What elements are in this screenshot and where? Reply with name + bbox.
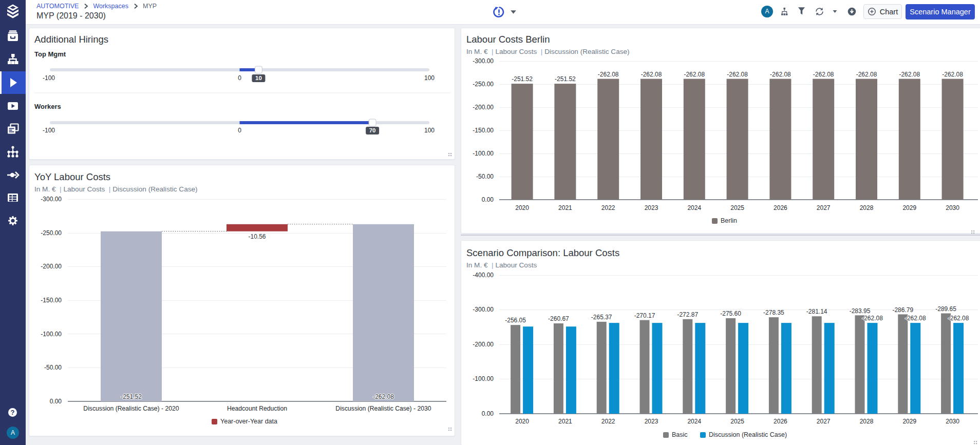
svg-text:-262.08: -262.08 [770, 71, 791, 78]
svg-text:-275.60: -275.60 [720, 310, 741, 317]
svg-text:-262.08: -262.08 [942, 71, 963, 78]
svg-text:-150.00: -150.00 [41, 297, 62, 304]
svg-text:-262.08: -262.08 [598, 71, 619, 78]
svg-text:-10.56: -10.56 [248, 233, 266, 240]
svg-text:Top Mgmt: Top Mgmt [34, 50, 66, 58]
svg-text:0.00: 0.00 [50, 398, 62, 405]
svg-text:2020: 2020 [515, 204, 529, 211]
svg-text:-50.00: -50.00 [44, 364, 62, 371]
svg-text:-100.00: -100.00 [473, 375, 494, 382]
svg-text:-200.00: -200.00 [473, 104, 494, 111]
svg-text:-200.00: -200.00 [473, 341, 494, 348]
svg-text:-283.95: -283.95 [850, 307, 871, 315]
svg-text:-270.17: -270.17 [634, 312, 655, 319]
svg-text:-262.08: -262.08 [727, 71, 748, 78]
svg-text:-262.08: -262.08 [905, 315, 926, 322]
svg-text:-150.00: -150.00 [473, 127, 494, 134]
svg-text:0.00: 0.00 [482, 196, 494, 203]
svg-text:-281.14: -281.14 [806, 308, 827, 315]
svg-text:2023: 2023 [645, 204, 658, 211]
svg-text:-262.08: -262.08 [641, 71, 662, 78]
svg-text:2025: 2025 [730, 418, 744, 425]
svg-text:-262.08: -262.08 [373, 393, 394, 400]
svg-text:2028: 2028 [860, 418, 874, 425]
svg-text:-262.08: -262.08 [813, 71, 834, 78]
svg-text:-286.79: -286.79 [892, 306, 913, 314]
svg-text:-300.00: -300.00 [473, 306, 494, 313]
svg-text:-260.67: -260.67 [548, 315, 569, 322]
svg-text:2020: 2020 [515, 418, 529, 425]
svg-text:2022: 2022 [601, 418, 615, 425]
svg-text:-262.08: -262.08 [899, 71, 920, 78]
svg-text:70: 70 [369, 127, 376, 133]
svg-text:2029: 2029 [902, 418, 916, 425]
svg-text:100: 100 [424, 127, 435, 134]
svg-text:Year-over-Year data: Year-over-Year data [220, 418, 277, 425]
svg-text:-262.08: -262.08 [684, 71, 705, 78]
svg-text:-400.00: -400.00 [473, 272, 494, 279]
svg-text:-256.05: -256.05 [505, 317, 526, 324]
svg-text:-100.00: -100.00 [41, 331, 62, 338]
svg-text:-300.00: -300.00 [41, 196, 62, 203]
svg-text:2028: 2028 [860, 204, 874, 211]
svg-text:2024: 2024 [687, 204, 701, 211]
svg-text:2026: 2026 [774, 418, 787, 425]
svg-text:2027: 2027 [817, 418, 831, 425]
svg-text:100: 100 [424, 74, 435, 82]
svg-text:-262.08: -262.08 [856, 71, 877, 78]
svg-text:-100: -100 [43, 127, 55, 134]
svg-text:-262.08: -262.08 [948, 315, 969, 322]
svg-text:2027: 2027 [817, 204, 831, 211]
svg-text:Discussion (Realistic Case): Discussion (Realistic Case) [709, 431, 787, 438]
svg-text:-278.35: -278.35 [763, 309, 784, 316]
svg-text:-100: -100 [43, 74, 55, 82]
svg-text:0.00: 0.00 [482, 410, 494, 417]
svg-text:2030: 2030 [946, 418, 959, 425]
svg-text:-289.65: -289.65 [935, 305, 956, 313]
svg-text:2025: 2025 [730, 204, 744, 211]
svg-text:Berlin: Berlin [721, 217, 737, 224]
svg-text:-300.00: -300.00 [473, 57, 494, 65]
svg-text:10: 10 [255, 75, 262, 81]
svg-text:2022: 2022 [601, 204, 615, 211]
svg-text:2029: 2029 [902, 204, 916, 211]
svg-text:-265.37: -265.37 [591, 314, 612, 321]
svg-text:2021: 2021 [558, 418, 572, 425]
svg-text:2026: 2026 [774, 204, 787, 211]
svg-text:-251.52: -251.52 [512, 75, 533, 83]
svg-text:-251.52: -251.52 [121, 393, 142, 400]
svg-text:-200.00: -200.00 [41, 263, 62, 270]
svg-text:Discussion (Realistic Case) -: Discussion (Realistic Case) - 2030 [335, 405, 431, 412]
svg-text:Headcount Reduction: Headcount Reduction [227, 405, 287, 412]
svg-text:0: 0 [238, 127, 241, 134]
svg-text:Basic: Basic [672, 431, 688, 438]
svg-text:Workers: Workers [34, 103, 61, 110]
svg-text:-50.00: -50.00 [476, 173, 494, 180]
svg-text:2024: 2024 [687, 418, 701, 425]
svg-text:0: 0 [238, 74, 241, 82]
svg-text:2030: 2030 [946, 204, 959, 211]
svg-text:-250.00: -250.00 [473, 81, 494, 88]
svg-text:-251.52: -251.52 [555, 75, 576, 83]
svg-text:-262.08: -262.08 [862, 315, 883, 322]
svg-text:Discussion (Realistic Case) -: Discussion (Realistic Case) - 2020 [83, 405, 179, 412]
svg-text:2021: 2021 [558, 204, 572, 211]
svg-text:-272.87: -272.87 [677, 311, 698, 318]
svg-text:-100.00: -100.00 [473, 150, 494, 157]
svg-text:-250.00: -250.00 [41, 229, 62, 237]
svg-text:2023: 2023 [645, 418, 658, 425]
